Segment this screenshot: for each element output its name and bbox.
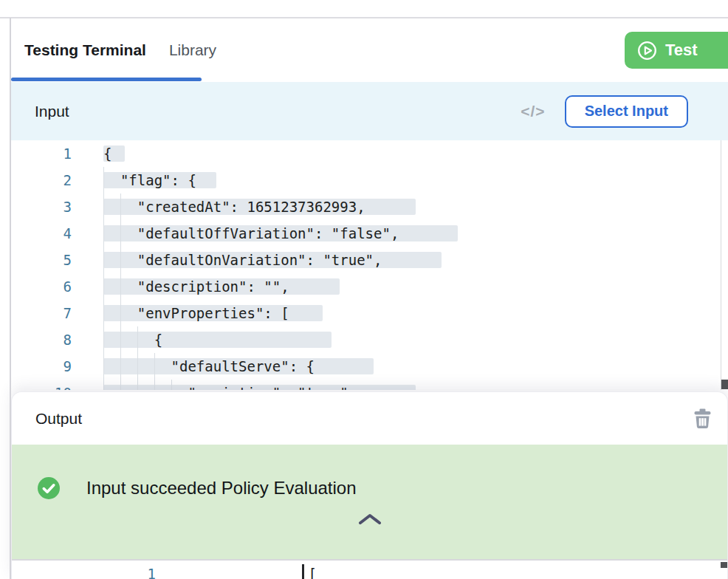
line-number: 4 <box>11 220 72 247</box>
output-code-lines: 1[ <box>12 561 727 579</box>
indent-guide <box>154 380 155 390</box>
code-text-selected: "variation": "true" <box>103 385 416 390</box>
scrollbar-track <box>721 140 721 390</box>
active-tab-indicator <box>11 78 202 81</box>
tab-testing-terminal[interactable]: Testing Terminal <box>24 41 146 59</box>
success-check-icon <box>38 477 60 499</box>
code-text-selected: "envProperties": [ <box>103 305 323 321</box>
indent-guide <box>103 193 104 220</box>
indent-guide <box>137 353 138 380</box>
indent-guide <box>120 273 121 300</box>
indent-guide <box>120 300 121 326</box>
success-message-row: Input succeeded Policy Evaluation <box>38 477 357 499</box>
indent-guide <box>103 353 104 380</box>
indent-guide <box>120 247 121 273</box>
indent-guide <box>103 167 104 193</box>
code-line[interactable]: 6 "description": "", <box>11 273 728 300</box>
line-number: 1 <box>12 561 156 579</box>
output-section-header: Output <box>12 392 727 445</box>
line-number: 3 <box>11 193 72 220</box>
indent-guide <box>103 300 104 326</box>
trash-icon[interactable] <box>693 408 712 429</box>
code-text-selected: "defaultOffVariation": "false", <box>103 225 458 241</box>
line-number: 5 <box>11 247 72 273</box>
app-window: Testing Terminal Library Test Input </> … <box>0 0 728 579</box>
code-line[interactable]: 5 "defaultOnVariation": "true", <box>11 247 728 273</box>
output-code-editor[interactable]: 1[ <box>12 559 727 579</box>
success-message: Input succeeded Policy Evaluation <box>86 478 357 499</box>
code-line[interactable]: 10 "variation": "true" <box>11 380 728 390</box>
indent-guide <box>154 353 155 380</box>
code-text-selected: "createdAt": 1651237362993, <box>103 199 416 215</box>
output-section-title: Output <box>35 410 82 428</box>
code-text-selected: "flag": { <box>103 172 216 188</box>
indent-guide <box>137 380 138 390</box>
test-button-label: Test <box>665 41 698 60</box>
scrollbar-thumb[interactable] <box>721 562 727 568</box>
line-number: 1 <box>11 140 72 167</box>
input-code-lines: 1{2 "flag": {3 "createdAt": 165123736299… <box>11 140 728 390</box>
select-input-button[interactable]: Select Input <box>565 95 688 128</box>
code-line[interactable]: 1{ <box>11 140 728 167</box>
code-line[interactable]: 8 { <box>11 326 728 353</box>
code-text-selected: { <box>103 145 125 162</box>
line-number: 7 <box>11 300 72 326</box>
tab-library[interactable]: Library <box>169 41 216 59</box>
indent-guide <box>120 193 121 220</box>
scrollbar-thumb[interactable] <box>721 380 728 389</box>
test-button[interactable]: Test <box>625 32 728 69</box>
indent-guide <box>103 326 104 353</box>
code-line[interactable]: 3 "createdAt": 1651237362993, <box>11 193 728 220</box>
code-line[interactable]: 1[ <box>12 561 727 579</box>
success-banner: Input succeeded Policy Evaluation <box>12 445 727 559</box>
code-text-selected: "defaultOnVariation": "true", <box>103 252 442 268</box>
line-number: 2 <box>11 167 72 193</box>
line-number: 10 <box>11 380 72 390</box>
indent-guide <box>103 273 104 300</box>
text-cursor <box>302 564 304 579</box>
line-number: 9 <box>11 353 72 380</box>
indent-guide <box>171 380 172 390</box>
code-text: [ <box>309 566 317 579</box>
tabs-bar: Testing Terminal Library Test <box>11 18 728 82</box>
indent-guide <box>103 247 104 273</box>
play-icon <box>637 41 657 61</box>
indent-guide <box>120 353 121 380</box>
input-section-title: Input <box>35 103 69 120</box>
indent-guide <box>137 326 138 353</box>
input-header-actions: </> Select Input <box>521 95 688 128</box>
line-number: 8 <box>11 326 72 353</box>
code-line[interactable]: 7 "envProperties": [ <box>11 300 728 326</box>
code-line[interactable]: 9 "defaultServe": { <box>11 353 728 380</box>
indent-guide <box>120 380 121 390</box>
indent-guide <box>103 380 104 390</box>
indent-guide <box>120 326 121 353</box>
code-line[interactable]: 4 "defaultOffVariation": "false", <box>11 220 728 247</box>
output-panel: Output Input succeeded Policy Evaluation <box>11 391 728 579</box>
input-code-editor[interactable]: 1{2 "flag": {3 "createdAt": 165123736299… <box>11 140 728 390</box>
collapse-chevron-icon[interactable] <box>357 513 382 526</box>
line-number: 6 <box>11 273 72 300</box>
input-section-header: Input </> Select Input <box>11 82 728 140</box>
indent-guide <box>103 220 104 247</box>
indent-guide <box>120 220 121 247</box>
code-text-selected: "description": "", <box>103 278 340 295</box>
code-view-icon[interactable]: </> <box>521 103 545 120</box>
code-line[interactable]: 2 "flag": { <box>11 167 728 193</box>
code-text-selected: "defaultServe": { <box>103 358 374 374</box>
left-divider <box>10 18 11 579</box>
